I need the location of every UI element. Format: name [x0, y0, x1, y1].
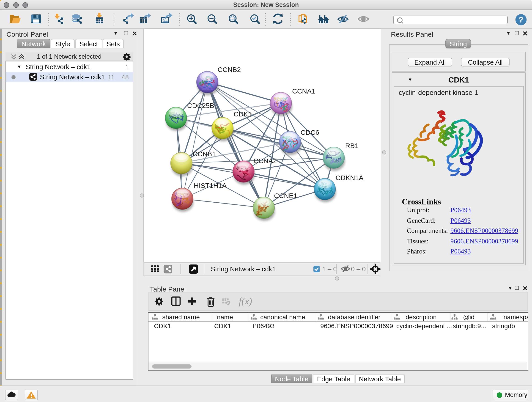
- svg-text:stringdb: stringdb: [492, 322, 515, 330]
- svg-text:canonical name: canonical name: [260, 313, 305, 321]
- svg-text:1 – 0: 1 – 0: [322, 265, 337, 273]
- svg-text:CDK1: CDK1: [214, 322, 231, 330]
- svg-text:description: description: [405, 313, 437, 321]
- svg-text:0 – 0: 0 – 0: [351, 265, 366, 273]
- svg-text:CDK1: CDK1: [154, 322, 171, 330]
- svg-text:?: ?: [519, 15, 523, 24]
- svg-text:RB1: RB1: [345, 142, 359, 149]
- svg-text:cyclin-dependent ...: cyclin-dependent ...: [396, 322, 452, 330]
- svg-text:stringdb:9...: stringdb:9...: [453, 322, 486, 330]
- svg-text:shared name: shared name: [162, 313, 200, 321]
- svg-text:String Network – cdk1: String Network – cdk1: [211, 265, 276, 273]
- svg-text:CCNA1: CCNA1: [292, 87, 316, 95]
- svg-text:@id: @id: [463, 313, 475, 321]
- svg-text:database identifier: database identifier: [328, 313, 380, 321]
- svg-text:CCNB2: CCNB2: [218, 66, 241, 73]
- svg-text:CDC6: CDC6: [301, 128, 319, 136]
- svg-text:CCNE1: CCNE1: [274, 192, 298, 199]
- svg-text:9606.ENSP00000378699: 9606.ENSP00000378699: [320, 322, 393, 330]
- svg-text:CCNB1: CCNB1: [193, 150, 216, 158]
- svg-text:f(x): f(x): [239, 296, 252, 307]
- svg-text:CDKN1A: CDKN1A: [336, 174, 364, 182]
- svg-text:CDK1: CDK1: [234, 110, 252, 118]
- svg-text:CCNA2: CCNA2: [253, 157, 277, 165]
- svg-text:P06493: P06493: [253, 322, 275, 330]
- svg-text:HIST1H1A: HIST1H1A: [194, 182, 227, 189]
- svg-text:CDC25B: CDC25B: [187, 102, 214, 109]
- svg-text:name: name: [217, 313, 233, 321]
- svg-text:namespace: namespace: [504, 313, 528, 321]
